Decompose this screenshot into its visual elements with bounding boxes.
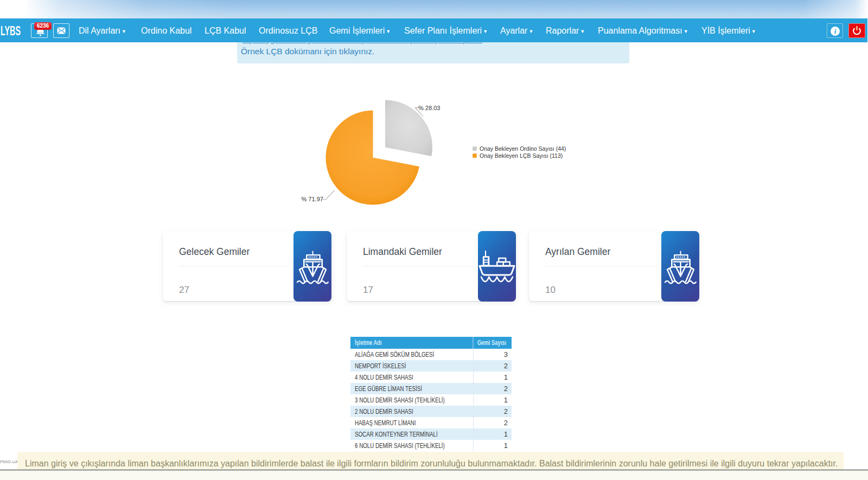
- svg-text:% 28.03: % 28.03: [418, 105, 440, 111]
- svg-text:% 71.97: % 71.97: [302, 196, 323, 202]
